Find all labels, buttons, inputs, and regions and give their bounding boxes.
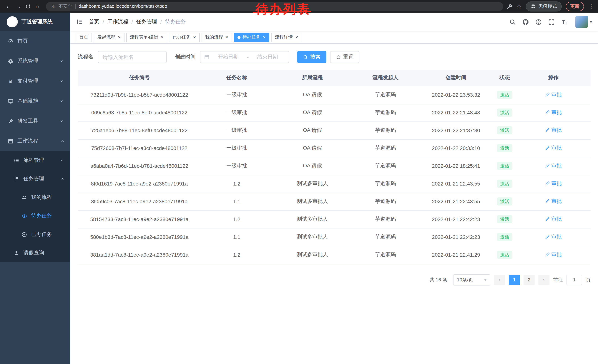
dashboard-icon xyxy=(8,38,14,44)
tab-start-process[interactable]: 发起流程× xyxy=(94,32,124,42)
prev-page-button[interactable]: ‹ xyxy=(494,275,505,285)
fontsize-icon[interactable] xyxy=(558,19,571,25)
sidebar-item-todo-task[interactable]: 待办任务 xyxy=(0,207,70,225)
status-cell: 激活 xyxy=(493,121,516,139)
hamburger-icon[interactable] xyxy=(70,18,89,25)
approve-link[interactable]: 审批 xyxy=(545,162,562,169)
flag-icon xyxy=(13,176,20,182)
forward-icon[interactable]: → xyxy=(13,1,23,11)
sidebar-item-label: 待办任务 xyxy=(31,212,52,219)
search-icon[interactable] xyxy=(506,19,519,25)
sidebar-item-process-mgmt[interactable]: 流程管理› xyxy=(0,151,70,170)
task-table: 任务编号任务名称所属流程流程发起人创建时间状态操作 73211d9d-7b9b-… xyxy=(78,70,590,264)
close-icon[interactable]: × xyxy=(161,35,163,40)
tab-my-process[interactable]: 我的流程× xyxy=(201,32,232,42)
avatar-caret-down-icon[interactable]: ▾ xyxy=(590,19,592,24)
process-name-cell: OA 请假 xyxy=(273,104,352,121)
sidebar-item-home[interactable]: 首页 xyxy=(0,31,70,51)
approve-link[interactable]: 审批 xyxy=(545,216,562,223)
next-page-button[interactable]: › xyxy=(538,275,549,285)
task-id-cell: 58154733-7ac8-11ec-a9e2-a2380e71991a xyxy=(78,210,201,228)
page-button-1[interactable]: 1 xyxy=(509,275,520,285)
process-name-input[interactable] xyxy=(98,51,167,63)
breadcrumb: 首页/工作流程/任务管理/待办任务 xyxy=(89,18,186,25)
approve-label: 审批 xyxy=(551,145,562,152)
tab-form-edit[interactable]: 流程表单-编辑× xyxy=(126,32,167,42)
people-icon xyxy=(21,194,27,200)
close-icon[interactable]: × xyxy=(193,35,196,40)
annotation-overlay: 待办列表 xyxy=(256,1,310,18)
app-logo[interactable]: 芋道管理系统 xyxy=(0,13,70,31)
back-icon[interactable]: ← xyxy=(4,1,13,11)
breadcrumb-item[interactable]: 工作流程 xyxy=(108,18,128,25)
task-id-cell: 75d72608-7b7f-11ec-a3c8-acde48001122 xyxy=(78,139,201,157)
task-name-cell: 一级审批 xyxy=(201,139,273,157)
reset-button[interactable]: 重置 xyxy=(330,51,359,63)
page-button-2[interactable]: 2 xyxy=(523,275,535,285)
close-icon[interactable]: × xyxy=(118,35,121,40)
user-avatar[interactable] xyxy=(575,16,588,28)
sidebar-item-label: 请假查询 xyxy=(23,250,44,256)
monitor-icon xyxy=(8,98,14,104)
close-icon[interactable]: × xyxy=(263,35,266,40)
tab-todo-tasks[interactable]: 待办任务× xyxy=(234,32,269,42)
total-count: 共 16 条 xyxy=(430,276,447,283)
approve-link[interactable]: 审批 xyxy=(545,180,562,187)
refresh-icon xyxy=(336,55,341,59)
approve-link[interactable]: 审批 xyxy=(545,198,562,205)
sidebar-item-label: 工作流程 xyxy=(17,138,38,145)
sidebar-item-devtools[interactable]: 研发工具› xyxy=(0,111,70,131)
date-range-picker[interactable]: 开始日期 - 结束日期 xyxy=(200,51,289,63)
sidebar-item-system[interactable]: 系统管理› xyxy=(0,51,70,71)
close-icon[interactable]: × xyxy=(226,35,228,40)
approve-link[interactable]: 审批 xyxy=(545,109,562,116)
search-button[interactable]: 搜索 xyxy=(297,51,326,63)
chevron-down-icon: › xyxy=(59,159,65,161)
sidebar-item-label: 基础设施 xyxy=(17,98,38,105)
question-icon[interactable] xyxy=(532,19,545,25)
reload-icon[interactable] xyxy=(23,1,33,11)
sidebar-item-leave-query[interactable]: 请假查询 xyxy=(0,244,70,262)
sidebar-item-payment[interactable]: ¥支付管理› xyxy=(0,71,70,91)
page-size-select[interactable]: 10条/页 ▾ xyxy=(453,274,490,285)
sidebar-item-infrastructure[interactable]: 基础设施› xyxy=(0,91,70,111)
approve-link[interactable]: 审批 xyxy=(545,145,562,152)
approve-link[interactable]: 审批 xyxy=(545,234,562,240)
starter-cell: 芋道源码 xyxy=(352,104,419,121)
sidebar-item-workflow[interactable]: 工作流程› xyxy=(0,131,70,151)
tab-process-detail[interactable]: 流程详情× xyxy=(271,32,302,42)
home-icon[interactable]: ⌂ xyxy=(33,1,42,11)
approve-link[interactable]: 审批 xyxy=(545,251,562,258)
sidebar-item-task-mgmt[interactable]: 任务管理› xyxy=(0,170,70,188)
tab-home[interactable]: 首页 xyxy=(75,32,92,42)
status-cell: 激活 xyxy=(493,210,516,228)
action-cell: 审批 xyxy=(516,228,590,246)
close-icon[interactable]: × xyxy=(295,35,298,40)
approve-link[interactable]: 审批 xyxy=(545,127,562,134)
sidebar-item-done-task[interactable]: 已办任务 xyxy=(0,225,70,244)
more-menu-icon[interactable]: ⋮ xyxy=(588,2,594,10)
star-icon[interactable]: ☆ xyxy=(516,3,522,10)
action-cell: 审批 xyxy=(516,175,590,193)
tab-done-tasks[interactable]: 已办任务× xyxy=(169,32,199,42)
chevron-up-icon: › xyxy=(59,140,65,142)
table-row: 381aa1dd-7ac8-11ec-a9e2-a2380e71991a1.2测… xyxy=(78,246,590,264)
table-row: 58154733-7ac8-11ec-a9e2-a2380e71991a1.2测… xyxy=(78,210,590,228)
github-icon[interactable] xyxy=(519,19,532,25)
action-cell: 审批 xyxy=(516,157,590,175)
breadcrumb-item[interactable]: 任务管理 xyxy=(136,18,157,25)
key-icon[interactable] xyxy=(507,4,512,9)
update-button[interactable]: 更新 xyxy=(566,2,584,11)
task-name-cell: 1.2 xyxy=(201,175,273,193)
fullscreen-icon[interactable] xyxy=(545,19,558,25)
task-id-cell: a6aba0a4-7b6d-11ec-b781-acde48001122 xyxy=(78,157,201,175)
edit-icon xyxy=(545,252,550,257)
edit-icon xyxy=(545,146,550,151)
table-row: 75d72608-7b7f-11ec-a3c8-acde48001122一级审批… xyxy=(78,139,590,157)
breadcrumb-item[interactable]: 首页 xyxy=(89,18,99,25)
action-cell: 审批 xyxy=(516,210,590,228)
approve-link[interactable]: 审批 xyxy=(545,91,562,98)
goto-page-input[interactable] xyxy=(566,275,582,285)
starter-cell: 芋道源码 xyxy=(352,157,419,175)
sidebar-item-my-process[interactable]: 我的流程 xyxy=(0,188,70,207)
